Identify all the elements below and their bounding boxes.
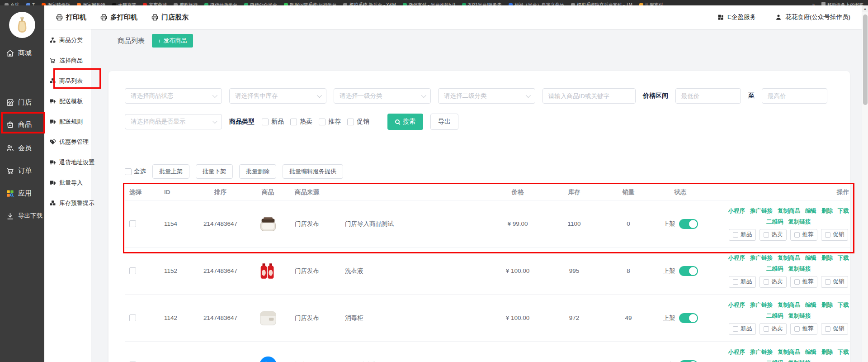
status-toggle[interactable] — [679, 360, 698, 362]
batch-on-shelf-button[interactable]: 批量上架 — [152, 164, 189, 179]
filter-select-2[interactable]: 请选择售中库存 — [229, 88, 326, 104]
row-type-checkbox-new[interactable]: 新品 — [729, 323, 756, 335]
bookmark-item[interactable]: 微信开放平台 — [204, 2, 237, 5]
scrollbar-thumb[interactable] — [863, 14, 868, 105]
row-type-checkbox-hot[interactable]: 热卖 — [760, 229, 787, 241]
publish-product-button[interactable]: + 发布商品 — [152, 34, 193, 48]
filter-select-1[interactable]: 请选择商品状态 — [125, 88, 222, 104]
sidebar-item-apps[interactable]: 应用 — [0, 183, 44, 203]
submenu-item-product-category[interactable]: 商品分类 — [44, 30, 91, 50]
sidebar-item-member[interactable]: 会员 — [0, 138, 44, 158]
op-download-link[interactable]: 下载 — [838, 301, 849, 309]
op-promo-link-link[interactable]: 推广链接 — [750, 301, 773, 309]
op-mini-program-link[interactable]: 小程序 — [728, 348, 745, 356]
filter-select-3[interactable]: 请选择一级分类 — [334, 88, 431, 104]
export-button[interactable]: 导出 — [430, 114, 458, 130]
op-mini-program-link[interactable]: 小程序 — [728, 207, 745, 215]
op-mini-program-link[interactable]: 小程序 — [728, 254, 745, 262]
sidebar-item-store[interactable]: 门店 — [0, 92, 44, 112]
op-copy-link-link[interactable]: 复制链接 — [788, 312, 811, 320]
sidebar-item-product[interactable]: 商品 — [0, 114, 44, 134]
scrollbar-up-arrow[interactable]: ▲ — [862, 5, 868, 12]
op-download-link[interactable]: 下载 — [838, 254, 849, 262]
submenu-item-delivery-template[interactable]: 配送模板 — [44, 91, 91, 111]
status-toggle[interactable] — [679, 219, 698, 229]
op-mini-program-link[interactable]: 小程序 — [728, 301, 745, 309]
submenu-item-product-list[interactable]: 商品列表 — [44, 71, 91, 91]
row-type-checkbox-recommend[interactable]: 推荐 — [790, 276, 817, 288]
row-type-checkbox-recommend[interactable]: 推荐 — [790, 323, 817, 335]
op-download-link[interactable]: 下载 — [838, 207, 849, 215]
bookmark-item[interactable]: 天猫直营 — [112, 2, 136, 5]
keyword-input[interactable] — [542, 88, 636, 104]
bookmark-item[interactable]: 淘宝特价版 — [42, 2, 70, 5]
op-delete-link[interactable]: 删除 — [821, 254, 833, 262]
select-all-checkbox[interactable]: 全选 — [125, 167, 146, 176]
store-shareholder-button[interactable]: 门店股东 — [151, 13, 189, 22]
submenu-item-stock-warning[interactable]: 库存预警提示 — [44, 193, 91, 213]
max-price-input[interactable] — [762, 88, 827, 104]
bookmark-item[interactable]: 汇聚支付 — [639, 2, 663, 5]
bookmark-item[interactable]: T — [26, 3, 35, 6]
search-button[interactable]: 搜索 — [387, 114, 423, 130]
bookmark-item[interactable]: 京东商城 — [143, 2, 167, 5]
op-promo-link-link[interactable]: 推广链接 — [750, 348, 773, 356]
bookmark-item[interactable]: 微信支付 - 平台收款5.0 — [403, 2, 455, 5]
bookmark-item[interactable]: 百度 — [5, 2, 19, 5]
status-toggle[interactable] — [679, 266, 698, 276]
row-type-checkbox-promo[interactable]: 促销 — [821, 276, 848, 288]
op-edit-link[interactable]: 编辑 — [805, 301, 816, 309]
op-copy-link-link[interactable]: 复制链接 — [788, 218, 811, 226]
op-copy-link-link[interactable]: 复制链接 — [788, 359, 811, 362]
bookmark-item[interactable]: 淘宝网购物 — [77, 2, 105, 5]
op-promo-link-link[interactable]: 推广链接 — [750, 207, 773, 215]
type-checkbox-recommend[interactable]: 推荐 — [319, 118, 341, 126]
bookmark-item[interactable]: 模拟系统独立后台支付 - TM — [571, 2, 632, 5]
op-qrcode-link[interactable]: 二维码 — [766, 218, 783, 226]
multi-printer-button[interactable]: 多打印机 — [100, 13, 137, 22]
submenu-item-select-product[interactable]: 选择商品 — [44, 50, 91, 71]
op-copy-product-link[interactable]: 复制商品 — [778, 254, 800, 262]
batch-delete-button[interactable]: 批量删除 — [239, 164, 276, 179]
op-edit-link[interactable]: 编辑 — [805, 207, 816, 215]
op-copy-product-link[interactable]: 复制商品 — [778, 301, 800, 309]
bookmark-item[interactable]: 2021平台/服务表 — [462, 2, 502, 5]
row-type-checkbox-new[interactable]: 新品 — [729, 229, 756, 241]
filter-select-display[interactable]: 请选择商品是否显示 — [125, 114, 222, 129]
op-copy-product-link[interactable]: 复制商品 — [778, 207, 800, 215]
type-checkbox-promo[interactable]: 促销 — [347, 118, 369, 126]
submenu-item-coupon-management[interactable]: 优惠券管理 — [44, 132, 91, 152]
service-center-button[interactable]: E企盈服务 — [717, 13, 756, 21]
op-qrcode-link[interactable]: 二维码 — [766, 359, 783, 362]
bookmark-item[interactable]: 模拟系统 新后台 - Y&M — [343, 2, 396, 5]
op-edit-link[interactable]: 编辑 — [805, 254, 816, 262]
op-qrcode-link[interactable]: 二维码 — [766, 265, 783, 273]
min-price-input[interactable] — [675, 88, 741, 104]
device-bookmarks[interactable]: 移动设备上的书签 — [821, 2, 863, 5]
op-promo-link-link[interactable]: 推广链接 — [750, 254, 773, 262]
op-delete-link[interactable]: 删除 — [821, 348, 833, 356]
submenu-item-delivery-rules[interactable]: 配送规则 — [44, 111, 91, 132]
status-toggle[interactable] — [679, 313, 698, 323]
op-edit-link[interactable]: 编辑 — [805, 348, 816, 356]
op-delete-link[interactable]: 删除 — [821, 207, 833, 215]
batch-edit-service-button[interactable]: 批量编辑服务提供 — [283, 164, 343, 179]
row-checkbox[interactable] — [129, 220, 136, 227]
row-type-checkbox-promo[interactable]: 促销 — [821, 229, 848, 241]
row-type-checkbox-hot[interactable]: 热卖 — [760, 276, 787, 288]
row-checkbox[interactable] — [129, 314, 136, 321]
batch-off-shelf-button[interactable]: 批量下架 — [196, 164, 233, 179]
account-menu[interactable]: 花花食府(公众号操作员) — [775, 13, 850, 21]
row-type-checkbox-hot[interactable]: 热卖 — [760, 323, 787, 335]
bookmark-item[interactable]: 微信公众平台 — [244, 2, 277, 5]
bookmark-item[interactable]: 数据运营系统·运行平台 — [284, 2, 336, 5]
sidebar-item-order[interactable]: 订单 — [0, 161, 44, 181]
op-delete-link[interactable]: 删除 — [821, 301, 833, 309]
submenu-item-return-address[interactable]: 退货地址设置 — [44, 152, 91, 172]
submenu-item-batch-import[interactable]: 批量导入 — [44, 172, 91, 193]
sidebar-item-export-download[interactable]: 导出下载 — [0, 206, 44, 226]
op-qrcode-link[interactable]: 二维码 — [766, 312, 783, 320]
row-checkbox[interactable] — [129, 267, 136, 274]
bookmarks-overflow-chevron[interactable]: » — [812, 2, 815, 6]
op-download-link[interactable]: 下载 — [838, 348, 849, 356]
